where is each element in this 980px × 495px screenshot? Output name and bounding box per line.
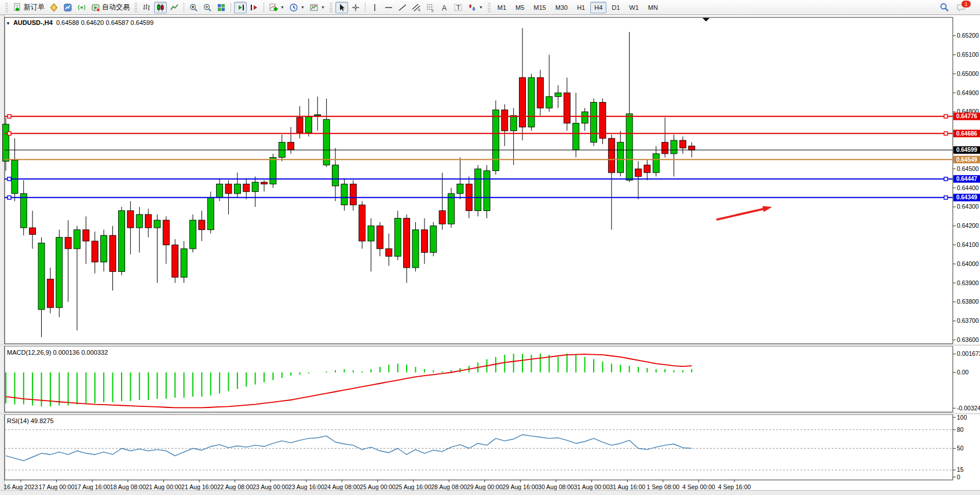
bearish-candle bbox=[225, 184, 232, 194]
symbol-dropdown-icon[interactable]: ▼ bbox=[6, 21, 10, 26]
bearish-candle bbox=[644, 165, 650, 173]
support-line-2-handle[interactable] bbox=[944, 196, 948, 199]
bearish-candle bbox=[608, 139, 615, 173]
chart-title: ▼AUDUSD-,H4 0.64588 0.64620 0.64587 0.64… bbox=[6, 19, 153, 26]
bearish-candle bbox=[109, 235, 116, 271]
bullish-candle bbox=[430, 226, 437, 253]
candlestick-chart-button[interactable] bbox=[154, 2, 167, 13]
panel-splitter[interactable] bbox=[0, 344, 980, 346]
arrows-dropdown-icon[interactable]: ▼ bbox=[479, 5, 483, 9]
tf-h4-button[interactable]: H4 bbox=[590, 2, 606, 13]
horizontal-line-tool-button[interactable] bbox=[382, 2, 395, 13]
clock-icon bbox=[289, 3, 298, 12]
zoom-in-button[interactable] bbox=[187, 2, 200, 13]
fibonacci-tool-button[interactable]: F bbox=[424, 2, 437, 13]
history-center-button[interactable] bbox=[47, 2, 60, 13]
tf-m1-button[interactable]: M1 bbox=[493, 2, 510, 13]
support-line-2-handle[interactable] bbox=[8, 196, 11, 199]
chart-shift-icon bbox=[250, 3, 259, 12]
tf-mn-button[interactable]: MN bbox=[644, 2, 662, 13]
search-icon bbox=[939, 2, 949, 12]
support-line-2-price-text: 0.64349 bbox=[956, 194, 978, 201]
fibonacci-icon: F bbox=[426, 3, 435, 12]
bearish-candle bbox=[662, 142, 668, 154]
templates-button[interactable]: ▼ bbox=[308, 2, 327, 13]
text-tool-button[interactable]: A bbox=[438, 2, 451, 13]
resistance-line-2-handle[interactable] bbox=[944, 132, 948, 135]
bullish-candle bbox=[573, 123, 579, 150]
tf-m15-button[interactable]: M15 bbox=[529, 2, 550, 13]
bearish-candle bbox=[288, 142, 294, 150]
tf-w1-button[interactable]: W1 bbox=[625, 2, 643, 13]
bearish-candle bbox=[261, 182, 268, 184]
price-tick-label: 0.64000 bbox=[957, 260, 979, 267]
search-button[interactable] bbox=[938, 2, 951, 13]
support-line-1-handle[interactable] bbox=[944, 177, 948, 181]
bullish-candle bbox=[189, 220, 196, 249]
support-line-1-handle[interactable] bbox=[8, 177, 11, 181]
time-tick-label: 23 Aug 00:00 bbox=[253, 483, 288, 490]
ohlc-quote-label: 0.64588 0.64620 0.64587 0.64599 bbox=[56, 19, 153, 26]
macd-axis-label: -0.003249 bbox=[957, 405, 980, 412]
bullish-candle bbox=[591, 103, 597, 143]
resistance-line-2-price-text: 0.64686 bbox=[956, 130, 978, 137]
resistance-line-2-handle[interactable] bbox=[8, 132, 11, 135]
toolbar-grip[interactable] bbox=[5, 3, 8, 12]
indicators-button[interactable]: ▼ bbox=[267, 2, 286, 13]
label-tool-button[interactable]: T bbox=[452, 2, 465, 13]
periods-dropdown-icon[interactable]: ▼ bbox=[301, 5, 305, 9]
bearish-candle bbox=[145, 214, 152, 228]
template-icon bbox=[309, 3, 319, 12]
tf-d1-button[interactable]: D1 bbox=[608, 2, 624, 13]
tf-h1-button[interactable]: H1 bbox=[573, 2, 589, 13]
line-chart-button[interactable] bbox=[168, 2, 181, 13]
toolbar-grip[interactable] bbox=[488, 3, 491, 12]
market-watch-button[interactable] bbox=[61, 2, 74, 13]
chart-canvas[interactable]: 0.652000.651000.650000.649000.648000.645… bbox=[0, 15, 980, 495]
indicators-dropdown-icon[interactable]: ▼ bbox=[280, 5, 284, 9]
bearish-candle bbox=[30, 228, 36, 234]
time-tick-label: 29 Aug 16:00 bbox=[502, 483, 538, 490]
tile-windows-button[interactable] bbox=[215, 2, 228, 13]
signals-button[interactable] bbox=[75, 2, 88, 13]
resistance-line-1-handle[interactable] bbox=[944, 115, 948, 118]
bar-chart-button[interactable] bbox=[140, 2, 153, 13]
macd-panel[interactable] bbox=[5, 346, 953, 412]
toolbar-grip[interactable] bbox=[134, 3, 137, 12]
trendline-tool-button[interactable] bbox=[396, 2, 409, 13]
tf-m5-button[interactable]: M5 bbox=[511, 2, 528, 13]
autotrade-button[interactable]: 自动交易 bbox=[89, 2, 131, 13]
arrows-tool-button[interactable]: ▼ bbox=[466, 2, 485, 13]
templates-dropdown-icon[interactable]: ▼ bbox=[321, 5, 325, 9]
periods-button[interactable]: ▼ bbox=[287, 2, 306, 13]
cursor-button[interactable] bbox=[335, 2, 348, 13]
market-watch-icon bbox=[63, 3, 72, 12]
autotrade-label: 自动交易 bbox=[102, 2, 130, 12]
macd-axis-label: 0.001673 bbox=[957, 350, 980, 357]
bullish-candle bbox=[484, 171, 490, 211]
bearish-candle bbox=[297, 118, 303, 133]
panel-splitter[interactable] bbox=[0, 413, 980, 414]
vertical-line-tool-button[interactable] bbox=[368, 2, 381, 13]
auto-scroll-button[interactable] bbox=[234, 2, 247, 13]
toolbar-grip[interactable] bbox=[330, 3, 332, 12]
resistance-line-1-handle[interactable] bbox=[8, 115, 11, 118]
indicators-icon bbox=[269, 3, 278, 12]
new-order-button[interactable]: 新订单 bbox=[11, 2, 46, 13]
zoom-in-icon bbox=[189, 3, 198, 12]
channel-tool-button[interactable]: E bbox=[410, 2, 423, 13]
time-tick-label: 25 Aug 16:00 bbox=[396, 483, 432, 490]
bullish-candle bbox=[341, 184, 348, 205]
crosshair-button[interactable] bbox=[349, 2, 362, 13]
rsi-axis-label: 50 bbox=[957, 445, 964, 452]
zoom-out-button[interactable] bbox=[201, 2, 214, 13]
zoom-out-icon bbox=[203, 3, 212, 12]
tf-m30-button[interactable]: M30 bbox=[551, 2, 572, 13]
notifications-button[interactable]: 1 bbox=[955, 2, 968, 13]
bottom-strip bbox=[0, 490, 980, 495]
bearish-candle bbox=[163, 220, 169, 245]
cursor-arrow-icon bbox=[337, 3, 346, 12]
bullish-candle bbox=[154, 220, 160, 228]
chart-shift-button[interactable] bbox=[248, 2, 261, 13]
bullish-candle bbox=[56, 237, 63, 307]
